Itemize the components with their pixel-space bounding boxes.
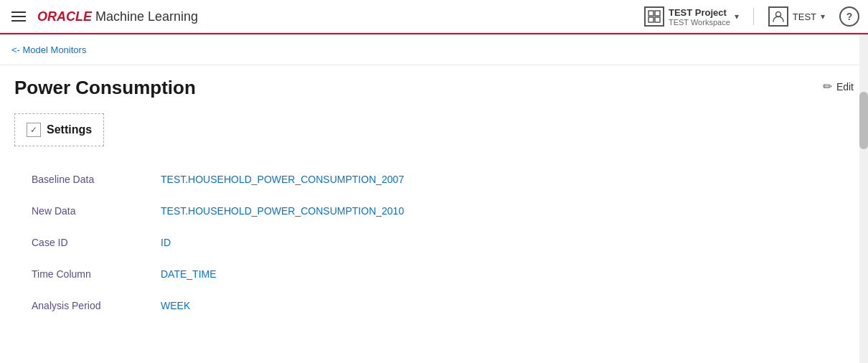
user-chevron-icon: ▾ (821, 11, 825, 22)
settings-toggle-button[interactable]: ✓ (27, 123, 41, 137)
svg-rect-0 (648, 11, 654, 16)
analysis-period-label: Analysis Period (17, 300, 161, 311)
time-column-label: Time Column (17, 268, 161, 280)
baseline-data-label: Baseline Data (17, 174, 161, 185)
analysis-period-value: WEEK (161, 300, 190, 311)
svg-rect-3 (655, 17, 660, 22)
header-right: TEST Project TEST Workspace ▾ TEST ▾ ? (638, 4, 859, 29)
project-name: TEST Project (669, 7, 730, 18)
edit-label: Edit (836, 81, 854, 93)
page-title: Power Consumption (14, 77, 196, 99)
header-left: ORACLE Machine Learning (9, 9, 638, 24)
svg-rect-1 (655, 11, 660, 16)
user-label: TEST (793, 11, 816, 22)
app-title-ml: Machine Learning (92, 9, 198, 24)
app-title: ORACLE Machine Learning (37, 9, 198, 24)
user-avatar-icon (768, 6, 788, 27)
table-row: New Data TEST.HOUSEHOLD_POWER_CONSUMPTIO… (17, 195, 854, 227)
workspace-name: TEST Workspace (669, 18, 730, 27)
baseline-data-value: TEST.HOUSEHOLD_POWER_CONSUMPTION_2007 (161, 174, 404, 185)
help-button[interactable]: ? (839, 6, 859, 27)
project-chevron-icon: ▾ (735, 11, 739, 22)
case-id-label: Case ID (17, 237, 161, 248)
user-section[interactable]: TEST ▾ (763, 4, 831, 29)
project-icon (644, 6, 664, 27)
settings-section: ✓ Settings (14, 113, 104, 146)
table-row: Case ID ID (17, 227, 854, 258)
table-row: Baseline Data TEST.HOUSEHOLD_POWER_CONSU… (17, 164, 854, 195)
breadcrumb: <- Model Monitors (0, 34, 868, 65)
settings-data-table: Baseline Data TEST.HOUSEHOLD_POWER_CONSU… (17, 164, 854, 321)
edit-icon: ✏ (823, 80, 832, 93)
case-id-value: ID (161, 237, 171, 248)
project-selector[interactable]: TEST Project TEST Workspace ▾ (638, 4, 745, 29)
svg-rect-2 (648, 17, 654, 22)
new-data-value: TEST.HOUSEHOLD_POWER_CONSUMPTION_2010 (161, 205, 404, 217)
menu-toggle-button[interactable] (9, 9, 29, 24)
settings-toggle-icon: ✓ (30, 125, 37, 135)
app-title-oracle: ORACLE (37, 9, 92, 24)
new-data-label: New Data (17, 205, 161, 217)
table-row: Analysis Period WEEK (17, 290, 854, 321)
back-link[interactable]: <- Model Monitors (11, 44, 86, 55)
header-divider (753, 8, 754, 25)
main-content: Power Consumption ✏ Edit ✓ Settings Base… (0, 65, 868, 333)
settings-label: Settings (47, 123, 92, 136)
time-column-value: DATE_TIME (161, 268, 217, 280)
project-info: TEST Project TEST Workspace (669, 7, 730, 27)
app-header: ORACLE Machine Learning TEST Project TES… (0, 0, 868, 34)
edit-button[interactable]: ✏ Edit (823, 80, 854, 93)
table-row: Time Column DATE_TIME (17, 258, 854, 290)
page-header: Power Consumption ✏ Edit (14, 77, 854, 99)
